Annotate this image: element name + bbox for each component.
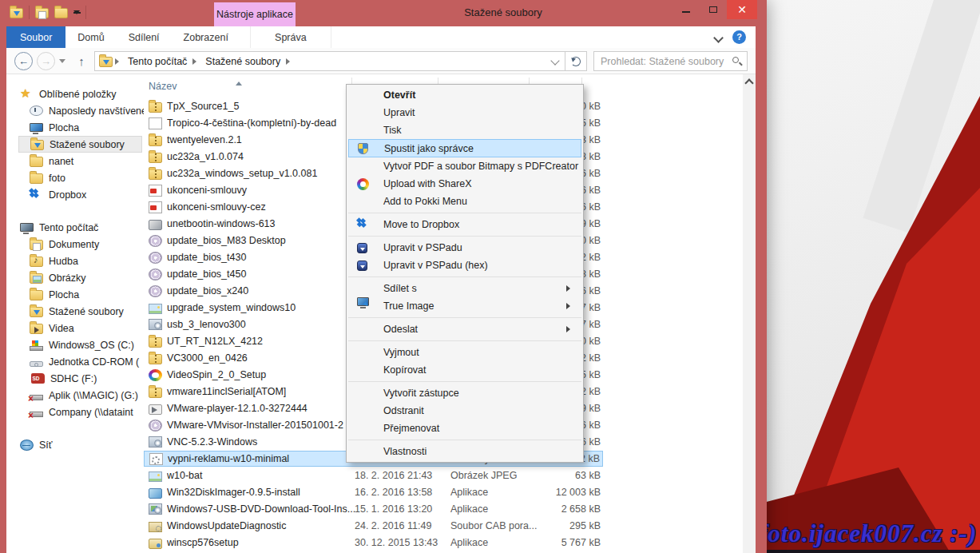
history-dropdown-caret[interactable]: [59, 59, 65, 66]
sidebar-group-obl-ben-polo-ky[interactable]: Oblíbené položky: [6, 86, 144, 102]
minimize-button[interactable]: [673, 0, 700, 19]
sidebar-group-s-[interactable]: Síť: [6, 436, 144, 453]
sidebar-item-plocha[interactable]: Plocha: [6, 286, 144, 303]
maximize-button[interactable]: [700, 0, 727, 19]
menu-item-kop-rovat[interactable]: Kopírovat: [347, 361, 583, 379]
sidebar-item-obr-zky[interactable]: Obrázky: [6, 269, 144, 286]
customize-toolbar-caret[interactable]: [73, 10, 80, 18]
sidebar-item-windows8-os-c-[interactable]: Windows8_OS (C:): [6, 336, 144, 353]
sidebar-item-nanet[interactable]: nanet: [6, 153, 144, 169]
file-row[interactable]: WindowsUpdateDiagnostic24. 2. 2016 11:49…: [144, 518, 603, 534]
menu-item-sd-let-s[interactable]: Sdílet s: [347, 280, 583, 297]
address-folder-icon: [99, 57, 113, 67]
installer-icon: [149, 436, 162, 448]
menu-item-vlastnosti[interactable]: Vlastnosti: [347, 443, 583, 460]
sidebar-item-sta-en-soubory[interactable]: Stažené soubory: [6, 303, 144, 320]
computer-icon: [20, 223, 34, 232]
breadcrumb-chevron-icon[interactable]: [286, 58, 293, 65]
file-date-modified: 30. 12. 2015 13:43: [355, 537, 438, 548]
sidebar-item-sta-en-soubory[interactable]: Stažené soubory: [18, 136, 142, 153]
breadcrumb-item[interactable]: Stažené soubory: [202, 56, 284, 67]
menu-item-move-to-dropbox[interactable]: Move to Dropbox: [347, 216, 583, 233]
file-row[interactable]: Windows7-USB-DVD-Download-Tool-Ins...15.…: [144, 501, 603, 517]
dropbox-icon: [357, 219, 371, 230]
file-row[interactable]: Win32DiskImager-0.9.5-install16. 2. 2016…: [144, 484, 603, 500]
sharex-icon: [357, 178, 369, 190]
properties-icon[interactable]: [35, 8, 49, 18]
sidebar-item-label: Tento počítač: [39, 222, 98, 233]
file-size: 63 kB: [575, 470, 601, 481]
menu-item-upravit-v-pspadu-hex-[interactable]: Upravit v PSPadu (hex): [347, 257, 583, 274]
menu-item-vytvo-it-z-stupce[interactable]: Vytvořit zástupce: [347, 384, 583, 402]
pictures-icon: [30, 273, 43, 284]
menu-item-label: Vytvoř PDF a soubor Bitmapy s PDFCreator: [383, 161, 578, 172]
help-icon[interactable]: ?: [732, 30, 746, 44]
sidebar-item-sdhc-f-[interactable]: SDHC (F:): [6, 370, 144, 387]
tab-správa[interactable]: Správa: [250, 26, 331, 48]
menu-item-add-to-pokki-menu[interactable]: Add to Pokki Menu: [347, 193, 583, 210]
search-input[interactable]: Prohledat: Stažené soubory: [593, 51, 748, 71]
new-folder-icon[interactable]: [54, 8, 68, 18]
pspad-icon: [357, 261, 367, 271]
sidebar-item-dokumenty[interactable]: Dokumenty: [6, 236, 144, 253]
menu-item-p-ejmenovat[interactable]: Přejmenovat: [347, 420, 583, 437]
folder-icon: [30, 157, 43, 167]
menu-item-vyjmout[interactable]: Vyjmout: [347, 344, 583, 361]
context-menu: OtevřítUpravitTiskSpustit jako správceVy…: [346, 84, 584, 463]
image-icon: [149, 471, 162, 482]
file-size: 5 767 kB: [561, 537, 601, 548]
address-bar[interactable]: Tento počítačStažené soubory: [94, 51, 565, 71]
menu-item-odeslat[interactable]: Odeslat: [347, 320, 583, 338]
menu-item-upravit-v-pspadu[interactable]: Upravit v PSPadu: [347, 239, 583, 257]
scroll-up-icon[interactable]: [744, 78, 753, 87]
window-icon[interactable]: [10, 8, 23, 18]
menu-item-vytvo-pdf-a-soubor-bitmapy-s-pdfcreator[interactable]: Vytvoř PDF a soubor Bitmapy s PDFCreator: [347, 157, 583, 175]
menu-item-upload-with-sharex[interactable]: Upload with ShareX: [347, 175, 583, 193]
explorer-window: Nástroje aplikace Stažené soubory ✕ Soub…: [0, 0, 767, 553]
menu-item-odstranit[interactable]: Odstranit: [347, 402, 583, 420]
breadcrumb-chevron-icon[interactable]: [192, 58, 200, 65]
menu-item-spustit-jako-spr-vce[interactable]: Spustit jako správce: [348, 139, 581, 157]
folder-icon: [30, 173, 43, 184]
sidebar-item-company-dataint[interactable]: Company (\\dataint: [6, 404, 144, 420]
zip-icon: [149, 337, 162, 348]
zip-icon: [149, 388, 162, 398]
netdrive-icon: [30, 395, 43, 400]
sidebar-item-foto[interactable]: foto: [6, 169, 144, 186]
menu-item-upravit[interactable]: Upravit: [347, 104, 583, 121]
back-button[interactable]: ←: [14, 52, 33, 70]
menu-item-otev-t[interactable]: Otevřít: [347, 86, 583, 104]
forward-button[interactable]: →: [37, 52, 55, 70]
close-button[interactable]: ✕: [727, 0, 757, 19]
address-dropdown-caret[interactable]: [550, 56, 559, 65]
menu-item-tisk[interactable]: Tisk: [347, 121, 583, 139]
desktop-folder-icon: [30, 290, 43, 300]
menu-item-true-image[interactable]: True Image: [347, 297, 583, 315]
file-row[interactable]: w10-bat18. 2. 2016 21:43Obrázek JPEG63 k…: [144, 467, 603, 483]
sidebar-item-hudba[interactable]: Hudba: [6, 253, 144, 269]
vertical-scrollbar[interactable]: [743, 74, 756, 553]
tab-soubor[interactable]: Soubor: [6, 26, 65, 48]
tab-sdílení[interactable]: Sdílení: [117, 26, 172, 48]
refresh-button[interactable]: [565, 51, 587, 71]
menu-item-label: Upravit v PSPadu (hex): [383, 260, 488, 271]
window-title: Stažené soubory: [423, 6, 583, 18]
sidebar-item-label: Naposledy navštívené: [49, 105, 144, 117]
sidebar-item-plocha[interactable]: Plocha: [6, 119, 144, 136]
up-button[interactable]: ↑: [73, 52, 89, 70]
sidebar-item-dropbox[interactable]: Dropbox: [6, 186, 144, 203]
file-row[interactable]: winscp576setup30. 12. 2015 13:43Aplikace…: [144, 535, 603, 551]
search-placeholder: Prohledat: Stažené soubory: [601, 56, 724, 67]
menu-item-label: Upravit: [383, 107, 415, 118]
sidebar-item-naposledy-nav-t-ven-[interactable]: Naposledy navštívené: [6, 102, 144, 119]
sidebar-item-aplik-magic-g-[interactable]: Aplik (\\MAGIC) (G:): [6, 387, 144, 404]
breadcrumb-item[interactable]: Tento počítač: [125, 56, 190, 67]
sidebar-group-tento-po-ta-[interactable]: Tento počítač: [6, 219, 144, 236]
sidebar-item-videa[interactable]: Videa: [6, 320, 144, 336]
quick-access-toolbar: [10, 6, 86, 19]
tab-zobrazení[interactable]: Zobrazení: [172, 26, 240, 48]
sidebar-item-label: Windows8_OS (C:): [49, 340, 134, 351]
menu-separator: [348, 213, 581, 213]
tab-domů[interactable]: Domů: [65, 26, 116, 48]
sidebar-item-jednotka-cd-rom-[interactable]: Jednotka CD-ROM (: [6, 353, 144, 370]
